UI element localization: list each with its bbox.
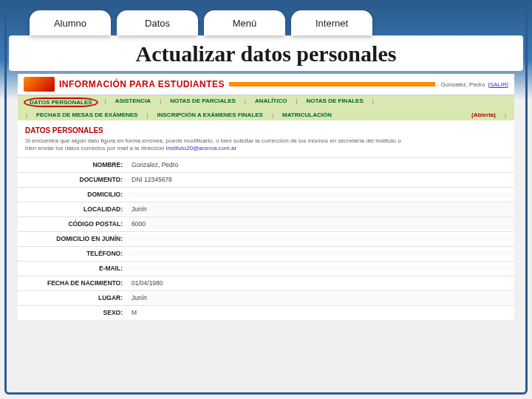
nav-sep: | — [370, 98, 376, 107]
nav-parciales[interactable]: NOTAS DE PARCIALES — [168, 98, 238, 107]
nav-finales[interactable]: NOTAS DE FINALES — [304, 98, 366, 107]
tab-label: Internet — [316, 18, 348, 29]
tab-menu[interactable]: Menú — [204, 10, 285, 35]
nav-mesas[interactable]: FECHAS DE MESAS DE EXÁMENES — [34, 112, 140, 118]
nav-analitico[interactable]: ANALÍTICO — [253, 98, 290, 107]
tab-label: Datos — [145, 18, 170, 29]
field-input[interactable]: Junín — [129, 203, 514, 215]
field-label: E-MAIL: — [18, 262, 129, 274]
form-row: E-MAIL: — [18, 261, 514, 276]
field-label: LUGAR: — [18, 292, 129, 304]
slide-tabs: Alumno Datos Menú Internet — [0, 0, 532, 35]
nav-row-2: | FECHAS DE MESAS DE EXÁMENES | INSCRIPC… — [18, 109, 514, 120]
field-label: DOMICILIO: — [18, 188, 129, 200]
nav-inscripcion[interactable]: INSCRIPCIÓN A EXÁMENES FINALES — [155, 112, 265, 118]
form-row: FECHA DE NACIMIENTO:01/04/1980 — [18, 276, 514, 290]
nav-sep: | — [502, 112, 508, 118]
field-input[interactable] — [129, 236, 514, 241]
form-row: DOCUMENTO:DNI 12345678 — [18, 172, 514, 187]
field-label: TELÉFONO: — [18, 248, 129, 259]
hint-line-2: bien enviar los datos correctos por mail… — [25, 145, 166, 151]
nav-sep: | — [144, 112, 150, 118]
field-value: M — [129, 307, 514, 318]
field-label: NOMBRE: — [18, 159, 129, 171]
nav-datos-personales[interactable]: DATOS PERSONALES — [24, 98, 98, 107]
app-banner: INFORMACIÓN PARA ESTUDIANTES Gonzalez, P… — [18, 74, 514, 95]
tab-internet[interactable]: Internet — [291, 10, 372, 35]
form-row: DOMICILIO: — [18, 187, 514, 202]
nav-asistencia[interactable]: ASISTENCIA — [113, 98, 153, 107]
logout-link[interactable]: [SALIR] — [488, 81, 508, 88]
section-title: DATOS PERSONALES — [18, 120, 514, 136]
form-row: LOCALIDAD:Junín — [18, 202, 514, 216]
field-input[interactable]: 6000 — [129, 218, 514, 230]
field-input[interactable] — [129, 192, 514, 197]
nav-sep: | — [293, 98, 299, 107]
current-user: Gonzalez, Pedro — [441, 81, 485, 88]
field-input[interactable] — [129, 251, 514, 256]
form-row: CÓDIGO POSTAL:6000 — [18, 216, 514, 231]
nav-row-1: DATOS PERSONALES | ASISTENCIA | NOTAS DE… — [18, 95, 514, 109]
field-value: DNI 12345678 — [129, 174, 514, 185]
slide-title: Actualizar datos personales — [9, 41, 523, 66]
hint-text: Si encuentra que algún dato figura en fo… — [18, 136, 514, 157]
nav-sep: | — [157, 98, 163, 107]
form-row: TELÉFONO: — [18, 246, 514, 261]
user-area: Gonzalez, Pedro [SALIR] — [441, 81, 508, 88]
form-row: SEXO:M — [18, 305, 514, 320]
nav-sep: | — [103, 98, 109, 107]
field-label: SEXO: — [18, 307, 129, 318]
field-value: Gonzalez, Pedro — [129, 159, 514, 171]
tab-label: Alumno — [54, 18, 86, 29]
hint-email-link[interactable]: instituto20@acerca.com.ar — [166, 145, 236, 151]
field-input[interactable]: Junín — [129, 292, 514, 304]
tab-label: Menú — [233, 18, 257, 29]
nav-sep: | — [270, 112, 276, 118]
personal-data-form: NOMBRE:Gonzalez, PedroDOCUMENTO:DNI 1234… — [18, 157, 514, 320]
field-label: CÓDIGO POSTAL: — [18, 218, 129, 230]
school-logo-icon — [24, 77, 55, 92]
field-value: 01/04/1980 — [129, 277, 514, 289]
nav-sep: | — [24, 112, 30, 118]
nav-sep: | — [242, 98, 248, 107]
field-label: DOCUMENTO: — [18, 174, 129, 185]
field-input[interactable] — [129, 266, 514, 270]
banner-stripe — [229, 82, 435, 86]
hint-line-1: Si encuentra que algún dato figura en fo… — [25, 137, 401, 144]
field-label: DOMICILIO EN JUNÍN: — [18, 233, 129, 245]
form-row: LUGAR:Junín — [18, 290, 514, 305]
tab-datos[interactable]: Datos — [117, 10, 198, 35]
slide-title-bar: Actualizar datos personales — [9, 35, 523, 71]
field-label: FECHA DE NACIMIENTO: — [18, 277, 129, 289]
tab-alumno[interactable]: Alumno — [30, 10, 111, 35]
embedded-app: INFORMACIÓN PARA ESTUDIANTES Gonzalez, P… — [18, 74, 514, 320]
nav-matriculacion[interactable]: MATRICULACIÓN — [280, 112, 334, 118]
banner-title: INFORMACIÓN PARA ESTUDIANTES — [59, 79, 225, 89]
form-row: NOMBRE:Gonzalez, Pedro — [18, 157, 514, 172]
matriculacion-status: (Abierta) — [469, 112, 498, 118]
field-label: LOCALIDAD: — [18, 203, 129, 215]
form-row: DOMICILIO EN JUNÍN: — [18, 231, 514, 246]
